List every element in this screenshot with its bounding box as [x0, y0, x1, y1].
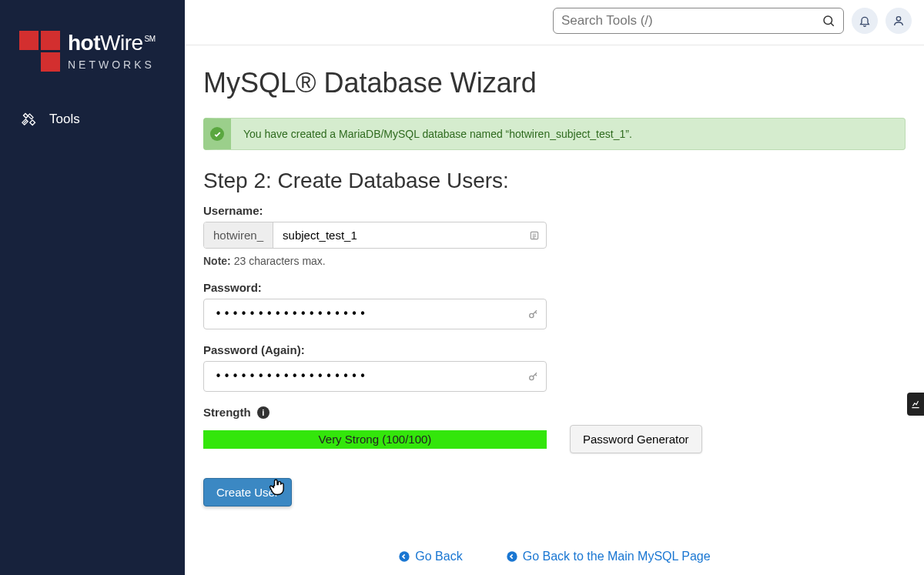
username-prefix: hotwiren_ [204, 222, 273, 248]
username-field: Username: hotwiren_ Note: 23 characters … [203, 204, 906, 267]
password-label: Password: [203, 281, 906, 294]
username-note: Note: 23 characters max. [203, 255, 906, 267]
svg-point-3 [530, 313, 534, 317]
go-back-main-link[interactable]: Go Back to the Main MySQL Page [506, 550, 711, 563]
arrow-left-circle-icon [398, 550, 410, 563]
brand-name: hotWireSM [68, 32, 156, 54]
password-again-input[interactable] [215, 362, 527, 391]
go-back-link[interactable]: Go Back [398, 550, 462, 563]
brand-subtitle: NETWORKS [68, 59, 156, 71]
main-area: MySQL® Database Wizard You have created … [185, 0, 924, 575]
username-input[interactable] [283, 222, 529, 248]
create-user-button[interactable]: Create User [203, 478, 292, 506]
bell-icon [859, 15, 871, 27]
svg-point-6 [507, 551, 517, 561]
success-alert: You have created a MariaDB/MySQL databas… [203, 118, 906, 150]
strength-section: Strength i Very Strong (100/100) Passwor… [203, 406, 906, 453]
key-icon[interactable] [527, 308, 540, 320]
logo-mark-icon [19, 31, 60, 72]
sidebar-item-tools[interactable]: Tools [0, 102, 185, 136]
sidebar: hotWireSM NETWORKS Tools [0, 0, 185, 575]
user-icon [892, 15, 905, 27]
content: MySQL® Database Wizard You have created … [185, 45, 924, 575]
search-box[interactable] [553, 8, 844, 34]
contact-card-icon [529, 230, 540, 241]
svg-point-1 [896, 17, 900, 21]
check-circle-icon [210, 127, 224, 141]
password-again-field: Password (Again): [203, 343, 906, 392]
password-generator-button[interactable]: Password Generator [570, 425, 702, 453]
svg-point-0 [824, 16, 832, 25]
password-input[interactable] [215, 299, 527, 329]
key-icon[interactable] [527, 370, 540, 383]
search-input[interactable] [561, 13, 822, 28]
search-icon [822, 14, 835, 28]
sidebar-item-label: Tools [49, 112, 80, 127]
side-tab-button[interactable] [907, 393, 924, 416]
strength-meter: Very Strong (100/100) [203, 430, 547, 449]
step-heading: Step 2: Create Database Users: [203, 169, 906, 193]
chart-icon [910, 399, 921, 410]
back-navigation: Go Back Go Back to the Main MySQL Page [203, 550, 906, 563]
password-again-label: Password (Again): [203, 343, 906, 356]
brand-logo: hotWireSM NETWORKS [0, 15, 185, 102]
tools-icon [22, 112, 37, 127]
account-button[interactable] [886, 8, 912, 34]
svg-point-4 [530, 376, 534, 379]
arrow-left-circle-icon [506, 550, 518, 563]
page-title: MySQL® Database Wizard [203, 67, 906, 99]
svg-point-5 [400, 551, 410, 561]
topbar [185, 0, 924, 45]
info-icon[interactable]: i [257, 406, 270, 419]
notifications-button[interactable] [852, 8, 878, 34]
password-field: Password: [203, 281, 906, 329]
strength-label: Strength [203, 406, 251, 419]
username-label: Username: [203, 204, 906, 217]
alert-text: You have created a MariaDB/MySQL databas… [243, 128, 632, 140]
